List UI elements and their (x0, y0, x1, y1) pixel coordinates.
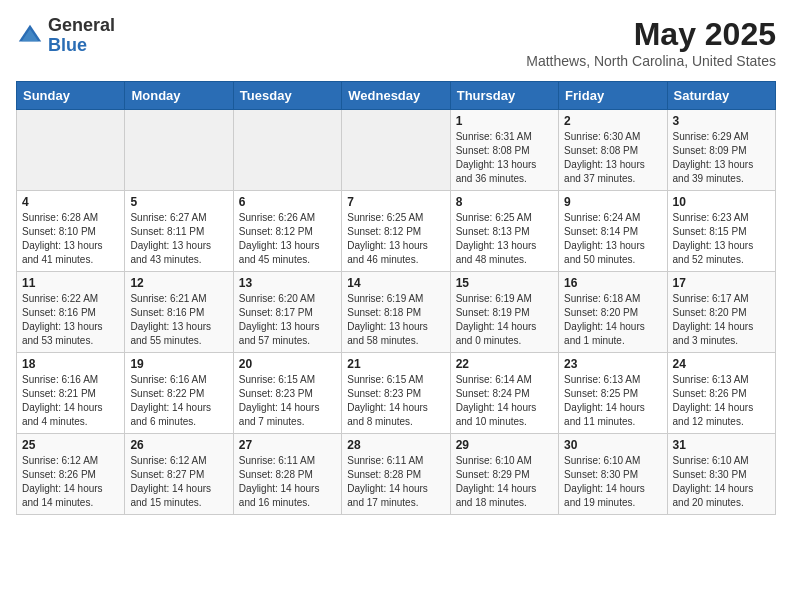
cell-sun-info: Sunrise: 6:16 AMSunset: 8:22 PMDaylight:… (130, 373, 227, 429)
weekday-header-friday: Friday (559, 82, 667, 110)
day-number: 15 (456, 276, 553, 290)
calendar-cell: 21Sunrise: 6:15 AMSunset: 8:23 PMDayligh… (342, 353, 450, 434)
location-subtitle: Matthews, North Carolina, United States (526, 53, 776, 69)
cell-sun-info: Sunrise: 6:14 AMSunset: 8:24 PMDaylight:… (456, 373, 553, 429)
cell-sun-info: Sunrise: 6:20 AMSunset: 8:17 PMDaylight:… (239, 292, 336, 348)
calendar-cell: 11Sunrise: 6:22 AMSunset: 8:16 PMDayligh… (17, 272, 125, 353)
calendar-week-row: 18Sunrise: 6:16 AMSunset: 8:21 PMDayligh… (17, 353, 776, 434)
month-title: May 2025 (526, 16, 776, 53)
day-number: 22 (456, 357, 553, 371)
calendar-cell: 9Sunrise: 6:24 AMSunset: 8:14 PMDaylight… (559, 191, 667, 272)
calendar-cell: 13Sunrise: 6:20 AMSunset: 8:17 PMDayligh… (233, 272, 341, 353)
day-number: 9 (564, 195, 661, 209)
calendar-cell: 20Sunrise: 6:15 AMSunset: 8:23 PMDayligh… (233, 353, 341, 434)
calendar-week-row: 1Sunrise: 6:31 AMSunset: 8:08 PMDaylight… (17, 110, 776, 191)
calendar-cell (125, 110, 233, 191)
calendar-cell: 18Sunrise: 6:16 AMSunset: 8:21 PMDayligh… (17, 353, 125, 434)
calendar-cell: 4Sunrise: 6:28 AMSunset: 8:10 PMDaylight… (17, 191, 125, 272)
cell-sun-info: Sunrise: 6:16 AMSunset: 8:21 PMDaylight:… (22, 373, 119, 429)
logo-icon (16, 22, 44, 50)
calendar-cell (17, 110, 125, 191)
day-number: 10 (673, 195, 770, 209)
calendar-cell: 2Sunrise: 6:30 AMSunset: 8:08 PMDaylight… (559, 110, 667, 191)
calendar-cell: 25Sunrise: 6:12 AMSunset: 8:26 PMDayligh… (17, 434, 125, 515)
weekday-header-tuesday: Tuesday (233, 82, 341, 110)
day-number: 6 (239, 195, 336, 209)
day-number: 13 (239, 276, 336, 290)
calendar-cell: 1Sunrise: 6:31 AMSunset: 8:08 PMDaylight… (450, 110, 558, 191)
logo: General Blue (16, 16, 115, 56)
cell-sun-info: Sunrise: 6:15 AMSunset: 8:23 PMDaylight:… (239, 373, 336, 429)
weekday-header-saturday: Saturday (667, 82, 775, 110)
calendar-cell: 3Sunrise: 6:29 AMSunset: 8:09 PMDaylight… (667, 110, 775, 191)
day-number: 11 (22, 276, 119, 290)
day-number: 2 (564, 114, 661, 128)
day-number: 24 (673, 357, 770, 371)
calendar-cell: 5Sunrise: 6:27 AMSunset: 8:11 PMDaylight… (125, 191, 233, 272)
calendar-table: SundayMondayTuesdayWednesdayThursdayFrid… (16, 81, 776, 515)
cell-sun-info: Sunrise: 6:19 AMSunset: 8:19 PMDaylight:… (456, 292, 553, 348)
calendar-header-row: SundayMondayTuesdayWednesdayThursdayFrid… (17, 82, 776, 110)
calendar-cell: 8Sunrise: 6:25 AMSunset: 8:13 PMDaylight… (450, 191, 558, 272)
logo-text: General Blue (48, 16, 115, 56)
cell-sun-info: Sunrise: 6:12 AMSunset: 8:27 PMDaylight:… (130, 454, 227, 510)
cell-sun-info: Sunrise: 6:13 AMSunset: 8:25 PMDaylight:… (564, 373, 661, 429)
calendar-cell: 30Sunrise: 6:10 AMSunset: 8:30 PMDayligh… (559, 434, 667, 515)
day-number: 23 (564, 357, 661, 371)
calendar-week-row: 11Sunrise: 6:22 AMSunset: 8:16 PMDayligh… (17, 272, 776, 353)
day-number: 26 (130, 438, 227, 452)
weekday-header-monday: Monday (125, 82, 233, 110)
calendar-cell: 19Sunrise: 6:16 AMSunset: 8:22 PMDayligh… (125, 353, 233, 434)
day-number: 7 (347, 195, 444, 209)
day-number: 31 (673, 438, 770, 452)
day-number: 3 (673, 114, 770, 128)
calendar-cell: 14Sunrise: 6:19 AMSunset: 8:18 PMDayligh… (342, 272, 450, 353)
day-number: 19 (130, 357, 227, 371)
calendar-cell: 29Sunrise: 6:10 AMSunset: 8:29 PMDayligh… (450, 434, 558, 515)
cell-sun-info: Sunrise: 6:10 AMSunset: 8:30 PMDaylight:… (673, 454, 770, 510)
day-number: 1 (456, 114, 553, 128)
weekday-header-wednesday: Wednesday (342, 82, 450, 110)
cell-sun-info: Sunrise: 6:24 AMSunset: 8:14 PMDaylight:… (564, 211, 661, 267)
title-block: May 2025 Matthews, North Carolina, Unite… (526, 16, 776, 69)
cell-sun-info: Sunrise: 6:15 AMSunset: 8:23 PMDaylight:… (347, 373, 444, 429)
calendar-cell: 6Sunrise: 6:26 AMSunset: 8:12 PMDaylight… (233, 191, 341, 272)
cell-sun-info: Sunrise: 6:13 AMSunset: 8:26 PMDaylight:… (673, 373, 770, 429)
calendar-cell: 17Sunrise: 6:17 AMSunset: 8:20 PMDayligh… (667, 272, 775, 353)
cell-sun-info: Sunrise: 6:23 AMSunset: 8:15 PMDaylight:… (673, 211, 770, 267)
day-number: 17 (673, 276, 770, 290)
cell-sun-info: Sunrise: 6:31 AMSunset: 8:08 PMDaylight:… (456, 130, 553, 186)
day-number: 16 (564, 276, 661, 290)
day-number: 18 (22, 357, 119, 371)
weekday-header-sunday: Sunday (17, 82, 125, 110)
cell-sun-info: Sunrise: 6:21 AMSunset: 8:16 PMDaylight:… (130, 292, 227, 348)
calendar-cell: 27Sunrise: 6:11 AMSunset: 8:28 PMDayligh… (233, 434, 341, 515)
calendar-cell: 10Sunrise: 6:23 AMSunset: 8:15 PMDayligh… (667, 191, 775, 272)
day-number: 28 (347, 438, 444, 452)
calendar-cell: 23Sunrise: 6:13 AMSunset: 8:25 PMDayligh… (559, 353, 667, 434)
calendar-week-row: 25Sunrise: 6:12 AMSunset: 8:26 PMDayligh… (17, 434, 776, 515)
cell-sun-info: Sunrise: 6:30 AMSunset: 8:08 PMDaylight:… (564, 130, 661, 186)
day-number: 30 (564, 438, 661, 452)
cell-sun-info: Sunrise: 6:25 AMSunset: 8:12 PMDaylight:… (347, 211, 444, 267)
weekday-header-thursday: Thursday (450, 82, 558, 110)
day-number: 8 (456, 195, 553, 209)
cell-sun-info: Sunrise: 6:17 AMSunset: 8:20 PMDaylight:… (673, 292, 770, 348)
day-number: 25 (22, 438, 119, 452)
cell-sun-info: Sunrise: 6:10 AMSunset: 8:29 PMDaylight:… (456, 454, 553, 510)
calendar-cell: 26Sunrise: 6:12 AMSunset: 8:27 PMDayligh… (125, 434, 233, 515)
page-header: General Blue May 2025 Matthews, North Ca… (16, 16, 776, 69)
cell-sun-info: Sunrise: 6:28 AMSunset: 8:10 PMDaylight:… (22, 211, 119, 267)
day-number: 20 (239, 357, 336, 371)
cell-sun-info: Sunrise: 6:19 AMSunset: 8:18 PMDaylight:… (347, 292, 444, 348)
calendar-cell (233, 110, 341, 191)
day-number: 14 (347, 276, 444, 290)
day-number: 4 (22, 195, 119, 209)
calendar-cell: 7Sunrise: 6:25 AMSunset: 8:12 PMDaylight… (342, 191, 450, 272)
cell-sun-info: Sunrise: 6:25 AMSunset: 8:13 PMDaylight:… (456, 211, 553, 267)
logo-blue-text: Blue (48, 35, 87, 55)
cell-sun-info: Sunrise: 6:29 AMSunset: 8:09 PMDaylight:… (673, 130, 770, 186)
calendar-cell: 22Sunrise: 6:14 AMSunset: 8:24 PMDayligh… (450, 353, 558, 434)
calendar-cell: 31Sunrise: 6:10 AMSunset: 8:30 PMDayligh… (667, 434, 775, 515)
day-number: 5 (130, 195, 227, 209)
